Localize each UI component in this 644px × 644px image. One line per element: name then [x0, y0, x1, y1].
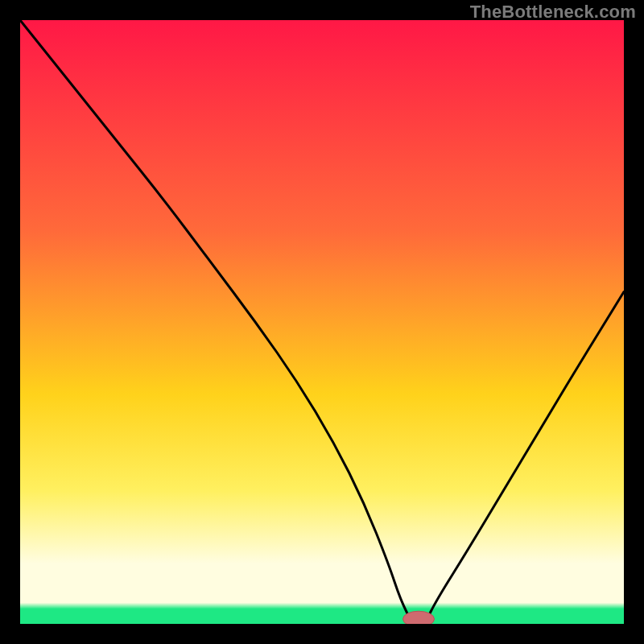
optimal-point-marker [403, 611, 435, 624]
bottleneck-chart [20, 20, 624, 624]
gradient-background [20, 20, 624, 624]
plot-area [20, 20, 624, 624]
watermark-text: TheBottleneck.com [470, 2, 636, 23]
chart-frame: TheBottleneck.com [0, 0, 644, 644]
